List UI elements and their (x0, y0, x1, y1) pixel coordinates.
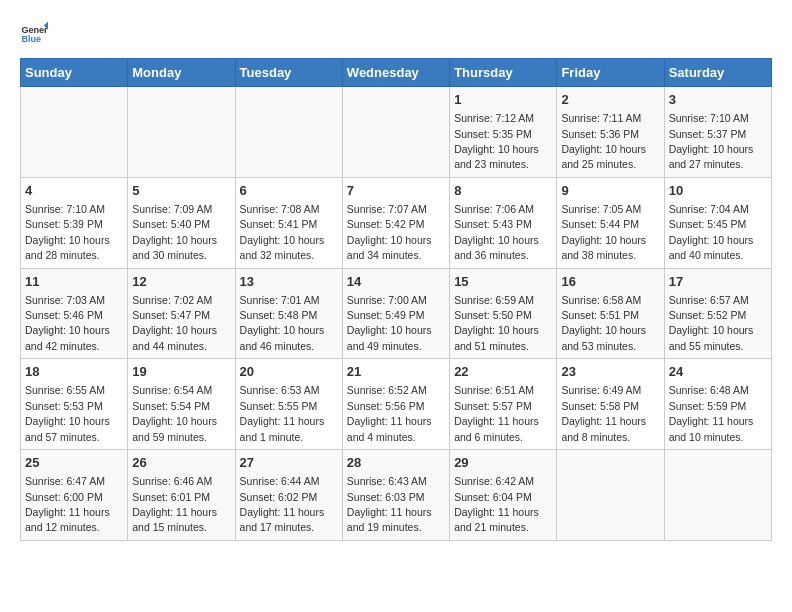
day-cell: 12Sunrise: 7:02 AM Sunset: 5:47 PM Dayli… (128, 268, 235, 359)
day-content: Sunrise: 7:05 AM Sunset: 5:44 PM Dayligh… (561, 203, 646, 261)
day-cell: 19Sunrise: 6:54 AM Sunset: 5:54 PM Dayli… (128, 359, 235, 450)
day-number: 12 (132, 273, 230, 291)
day-cell (342, 87, 449, 178)
day-number: 15 (454, 273, 552, 291)
day-number: 18 (25, 363, 123, 381)
day-number: 1 (454, 91, 552, 109)
day-content: Sunrise: 7:10 AM Sunset: 5:39 PM Dayligh… (25, 203, 110, 261)
day-cell (557, 450, 664, 541)
day-number: 9 (561, 182, 659, 200)
day-cell: 29Sunrise: 6:42 AM Sunset: 6:04 PM Dayli… (450, 450, 557, 541)
day-content: Sunrise: 6:51 AM Sunset: 5:57 PM Dayligh… (454, 384, 539, 442)
day-cell: 16Sunrise: 6:58 AM Sunset: 5:51 PM Dayli… (557, 268, 664, 359)
day-content: Sunrise: 6:55 AM Sunset: 5:53 PM Dayligh… (25, 384, 110, 442)
svg-text:Blue: Blue (21, 34, 41, 44)
day-number: 14 (347, 273, 445, 291)
day-content: Sunrise: 7:01 AM Sunset: 5:48 PM Dayligh… (240, 294, 325, 352)
day-number: 23 (561, 363, 659, 381)
day-cell: 15Sunrise: 6:59 AM Sunset: 5:50 PM Dayli… (450, 268, 557, 359)
day-content: Sunrise: 7:10 AM Sunset: 5:37 PM Dayligh… (669, 112, 754, 170)
calendar-header-row: SundayMondayTuesdayWednesdayThursdayFrid… (21, 59, 772, 87)
week-row-5: 25Sunrise: 6:47 AM Sunset: 6:00 PM Dayli… (21, 450, 772, 541)
day-content: Sunrise: 6:43 AM Sunset: 6:03 PM Dayligh… (347, 475, 432, 533)
day-number: 29 (454, 454, 552, 472)
day-cell: 26Sunrise: 6:46 AM Sunset: 6:01 PM Dayli… (128, 450, 235, 541)
day-cell: 2Sunrise: 7:11 AM Sunset: 5:36 PM Daylig… (557, 87, 664, 178)
day-cell: 3Sunrise: 7:10 AM Sunset: 5:37 PM Daylig… (664, 87, 771, 178)
day-cell: 1Sunrise: 7:12 AM Sunset: 5:35 PM Daylig… (450, 87, 557, 178)
day-number: 11 (25, 273, 123, 291)
day-content: Sunrise: 6:46 AM Sunset: 6:01 PM Dayligh… (132, 475, 217, 533)
day-number: 5 (132, 182, 230, 200)
day-content: Sunrise: 7:06 AM Sunset: 5:43 PM Dayligh… (454, 203, 539, 261)
day-content: Sunrise: 6:54 AM Sunset: 5:54 PM Dayligh… (132, 384, 217, 442)
day-cell: 10Sunrise: 7:04 AM Sunset: 5:45 PM Dayli… (664, 177, 771, 268)
header-sunday: Sunday (21, 59, 128, 87)
page-header: General Blue (20, 20, 772, 48)
week-row-1: 1Sunrise: 7:12 AM Sunset: 5:35 PM Daylig… (21, 87, 772, 178)
day-number: 8 (454, 182, 552, 200)
day-cell: 9Sunrise: 7:05 AM Sunset: 5:44 PM Daylig… (557, 177, 664, 268)
day-content: Sunrise: 6:49 AM Sunset: 5:58 PM Dayligh… (561, 384, 646, 442)
day-number: 3 (669, 91, 767, 109)
day-number: 27 (240, 454, 338, 472)
day-number: 28 (347, 454, 445, 472)
day-content: Sunrise: 7:00 AM Sunset: 5:49 PM Dayligh… (347, 294, 432, 352)
day-cell: 18Sunrise: 6:55 AM Sunset: 5:53 PM Dayli… (21, 359, 128, 450)
day-content: Sunrise: 7:09 AM Sunset: 5:40 PM Dayligh… (132, 203, 217, 261)
day-cell: 7Sunrise: 7:07 AM Sunset: 5:42 PM Daylig… (342, 177, 449, 268)
day-cell: 24Sunrise: 6:48 AM Sunset: 5:59 PM Dayli… (664, 359, 771, 450)
header-thursday: Thursday (450, 59, 557, 87)
day-content: Sunrise: 6:57 AM Sunset: 5:52 PM Dayligh… (669, 294, 754, 352)
header-wednesday: Wednesday (342, 59, 449, 87)
day-number: 20 (240, 363, 338, 381)
logo: General Blue (20, 20, 48, 48)
day-number: 25 (25, 454, 123, 472)
calendar-table: SundayMondayTuesdayWednesdayThursdayFrid… (20, 58, 772, 541)
day-cell: 11Sunrise: 7:03 AM Sunset: 5:46 PM Dayli… (21, 268, 128, 359)
header-friday: Friday (557, 59, 664, 87)
header-saturday: Saturday (664, 59, 771, 87)
logo-icon: General Blue (20, 20, 48, 48)
day-cell: 25Sunrise: 6:47 AM Sunset: 6:00 PM Dayli… (21, 450, 128, 541)
day-number: 19 (132, 363, 230, 381)
day-number: 2 (561, 91, 659, 109)
day-number: 6 (240, 182, 338, 200)
day-content: Sunrise: 7:11 AM Sunset: 5:36 PM Dayligh… (561, 112, 646, 170)
day-content: Sunrise: 6:48 AM Sunset: 5:59 PM Dayligh… (669, 384, 754, 442)
day-number: 10 (669, 182, 767, 200)
day-number: 16 (561, 273, 659, 291)
day-content: Sunrise: 6:42 AM Sunset: 6:04 PM Dayligh… (454, 475, 539, 533)
day-number: 13 (240, 273, 338, 291)
day-content: Sunrise: 6:47 AM Sunset: 6:00 PM Dayligh… (25, 475, 110, 533)
day-cell: 17Sunrise: 6:57 AM Sunset: 5:52 PM Dayli… (664, 268, 771, 359)
day-cell: 8Sunrise: 7:06 AM Sunset: 5:43 PM Daylig… (450, 177, 557, 268)
day-number: 4 (25, 182, 123, 200)
day-content: Sunrise: 7:08 AM Sunset: 5:41 PM Dayligh… (240, 203, 325, 261)
day-content: Sunrise: 6:52 AM Sunset: 5:56 PM Dayligh… (347, 384, 432, 442)
day-cell: 13Sunrise: 7:01 AM Sunset: 5:48 PM Dayli… (235, 268, 342, 359)
day-content: Sunrise: 7:04 AM Sunset: 5:45 PM Dayligh… (669, 203, 754, 261)
day-cell: 27Sunrise: 6:44 AM Sunset: 6:02 PM Dayli… (235, 450, 342, 541)
day-cell: 5Sunrise: 7:09 AM Sunset: 5:40 PM Daylig… (128, 177, 235, 268)
day-cell: 22Sunrise: 6:51 AM Sunset: 5:57 PM Dayli… (450, 359, 557, 450)
day-cell: 21Sunrise: 6:52 AM Sunset: 5:56 PM Dayli… (342, 359, 449, 450)
header-monday: Monday (128, 59, 235, 87)
day-number: 22 (454, 363, 552, 381)
day-cell: 6Sunrise: 7:08 AM Sunset: 5:41 PM Daylig… (235, 177, 342, 268)
day-content: Sunrise: 6:59 AM Sunset: 5:50 PM Dayligh… (454, 294, 539, 352)
day-content: Sunrise: 7:12 AM Sunset: 5:35 PM Dayligh… (454, 112, 539, 170)
day-content: Sunrise: 7:02 AM Sunset: 5:47 PM Dayligh… (132, 294, 217, 352)
svg-text:General: General (21, 25, 48, 35)
day-cell: 20Sunrise: 6:53 AM Sunset: 5:55 PM Dayli… (235, 359, 342, 450)
day-number: 17 (669, 273, 767, 291)
day-cell: 23Sunrise: 6:49 AM Sunset: 5:58 PM Dayli… (557, 359, 664, 450)
day-number: 24 (669, 363, 767, 381)
header-tuesday: Tuesday (235, 59, 342, 87)
day-cell: 14Sunrise: 7:00 AM Sunset: 5:49 PM Dayli… (342, 268, 449, 359)
week-row-4: 18Sunrise: 6:55 AM Sunset: 5:53 PM Dayli… (21, 359, 772, 450)
day-cell (235, 87, 342, 178)
day-content: Sunrise: 6:58 AM Sunset: 5:51 PM Dayligh… (561, 294, 646, 352)
day-content: Sunrise: 7:03 AM Sunset: 5:46 PM Dayligh… (25, 294, 110, 352)
day-number: 21 (347, 363, 445, 381)
